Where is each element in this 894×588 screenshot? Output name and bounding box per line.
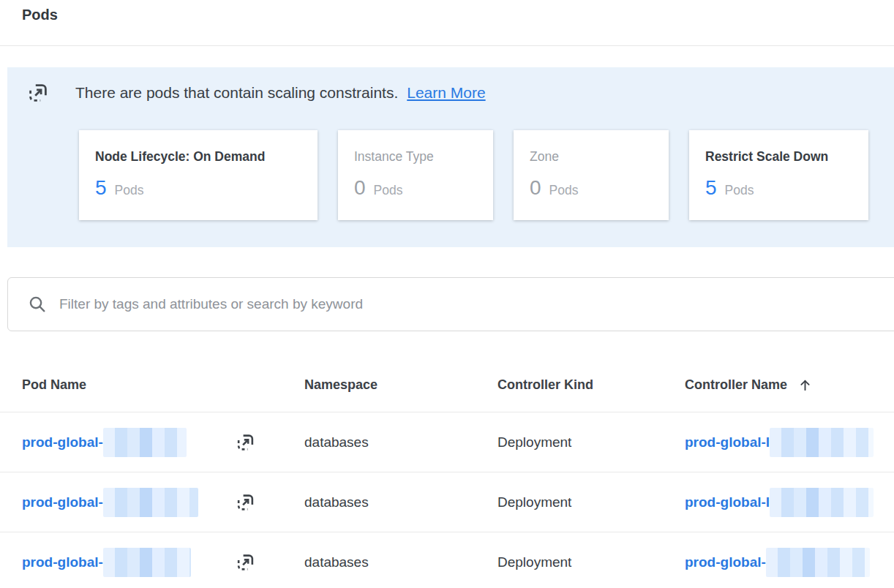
table-body: prod-global- databases Deployment pro [0, 412, 894, 588]
column-label: Controller Name [685, 377, 787, 393]
pod-name-cell: prod-global- [22, 548, 304, 577]
card-unit: Pods [115, 183, 144, 198]
card-stat: 0 Pods [530, 176, 658, 200]
constraint-cards: Node Lifecycle: On Demand 5 Pods Instanc… [79, 130, 868, 220]
scale-out-icon [27, 82, 49, 104]
card-instance-type[interactable]: Instance Type 0 Pods [338, 130, 493, 220]
redacted-controller-name [770, 488, 874, 517]
controller-name-cell: prod-global-l [685, 428, 894, 457]
card-zone[interactable]: Zone 0 Pods [514, 130, 669, 220]
table-row: prod-global- databases Deployment pro [0, 412, 894, 472]
redacted-controller-name [766, 548, 870, 577]
card-stat: 5 Pods [95, 176, 307, 200]
namespace-cell: databases [304, 434, 497, 451]
pod-name-cell: prod-global- [22, 428, 304, 457]
card-unit: Pods [374, 183, 403, 198]
controller-name-cell: prod-global- [685, 548, 894, 577]
card-node-lifecycle[interactable]: Node Lifecycle: On Demand 5 Pods [79, 130, 318, 220]
card-count: 0 [530, 176, 541, 200]
card-title: Node Lifecycle: On Demand [95, 149, 307, 165]
redacted-pod-name [103, 428, 187, 457]
card-count: 0 [354, 176, 366, 200]
table-row: prod-global- databases Deployment pro [0, 472, 894, 532]
card-count: 5 [95, 176, 107, 200]
controller-kind-cell: Deployment [497, 434, 685, 451]
card-stat: 0 Pods [354, 176, 483, 200]
pods-page: Pods There are pods that contain scaling… [0, 0, 894, 588]
card-title: Instance Type [354, 149, 483, 165]
pods-table: Pod Name Namespace Controller Kind Contr… [0, 358, 894, 588]
banner-message: There are pods that contain scaling cons… [75, 84, 398, 102]
namespace-cell: databases [304, 494, 497, 510]
scale-out-icon[interactable] [236, 432, 255, 452]
controller-name-link[interactable]: prod-global-l [685, 494, 770, 510]
card-unit: Pods [549, 183, 579, 198]
table-row: prod-global- databases Deployment pro [0, 532, 894, 588]
column-header-controller-kind[interactable]: Controller Kind [497, 377, 685, 393]
card-count: 5 [705, 176, 717, 200]
learn-more-link[interactable]: Learn More [407, 84, 485, 102]
card-restrict-scale-down[interactable]: Restrict Scale Down 5 Pods [689, 130, 868, 220]
filter-input[interactable] [59, 296, 718, 312]
header-divider [0, 45, 894, 46]
scaling-constraints-banner: There are pods that contain scaling cons… [7, 67, 894, 247]
column-header-namespace[interactable]: Namespace [304, 377, 497, 393]
redacted-controller-name [770, 428, 874, 457]
controller-name-link[interactable]: prod-global-l [685, 434, 770, 451]
page-title: Pods [22, 7, 58, 23]
column-label: Pod Name [22, 377, 86, 393]
namespace-cell: databases [304, 554, 497, 570]
card-stat: 5 Pods [705, 176, 858, 200]
table-header-row: Pod Name Namespace Controller Kind Contr… [0, 358, 894, 412]
filter-bar [7, 277, 894, 331]
controller-kind-cell: Deployment [497, 554, 685, 570]
pod-name-link[interactable]: prod-global- [22, 494, 103, 510]
pod-name-link[interactable]: prod-global- [22, 434, 103, 451]
column-header-controller-name[interactable]: Controller Name [685, 377, 894, 393]
controller-name-link[interactable]: prod-global- [685, 554, 766, 570]
redacted-pod-name [103, 548, 191, 577]
card-title: Zone [530, 149, 658, 165]
column-label: Controller Kind [497, 377, 593, 393]
pod-name-cell: prod-global- [22, 488, 304, 517]
card-title: Restrict Scale Down [705, 149, 858, 165]
scale-out-icon[interactable] [236, 552, 255, 572]
search-icon [28, 295, 47, 314]
scale-out-icon[interactable] [236, 492, 255, 512]
column-header-pod-name[interactable]: Pod Name [22, 377, 304, 393]
column-label: Namespace [304, 377, 377, 393]
controller-name-cell: prod-global-l [685, 488, 894, 517]
card-unit: Pods [725, 183, 754, 198]
sort-ascending-icon[interactable] [798, 378, 812, 392]
redacted-pod-name [103, 488, 198, 517]
banner-message-row: There are pods that contain scaling cons… [7, 67, 894, 104]
pod-name-link[interactable]: prod-global- [22, 554, 103, 570]
controller-kind-cell: Deployment [497, 494, 685, 510]
